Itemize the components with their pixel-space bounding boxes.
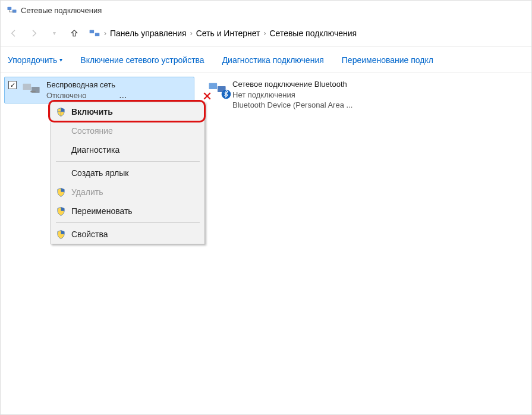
ellipsis: ... [115, 90, 127, 100]
enable-device-button[interactable]: Включение сетевого устройства [80, 55, 204, 65]
shield-icon [56, 107, 66, 117]
shield-icon [56, 229, 66, 240]
separator [56, 161, 200, 162]
diagnose-button[interactable]: Диагностика подключения [222, 55, 324, 65]
separator [56, 222, 200, 223]
adapter-item-bluetooth[interactable]: Сетевое подключение Bluetooth Нет подклю… [202, 77, 392, 113]
control-panel-icon [89, 27, 100, 39]
adapter-item-wireless[interactable]: ✓ Беспроводная сеть Отключено ... [4, 77, 194, 103]
content-area: ✓ Беспроводная сеть Отключено ... [1, 73, 531, 414]
svg-rect-0 [8, 7, 12, 10]
svg-rect-2 [90, 30, 95, 33]
breadcrumb-item[interactable]: Сетевые подключения [269, 29, 357, 38]
menu-enable-label: Включить [71, 107, 113, 117]
svg-point-9 [222, 90, 231, 99]
window-title: Сетевые подключения [21, 6, 102, 15]
menu-delete-label: Удалить [71, 187, 103, 197]
rename-button[interactable]: Переименование подкл [342, 55, 433, 65]
menu-properties[interactable]: Свойства [51, 225, 204, 244]
adapter-status: Отключено [46, 90, 115, 101]
network-connections-icon [7, 5, 17, 15]
adapter-text: Беспроводная сеть Отключено [46, 80, 115, 100]
breadcrumb-item[interactable]: Сеть и Интернет [196, 29, 260, 38]
adapter-status: Нет подключения [232, 90, 352, 100]
menu-delete: Удалить [51, 183, 204, 202]
svg-rect-6 [30, 91, 36, 93]
breadcrumb: › Панель управления › Сеть и Интернет › … [86, 27, 357, 39]
menu-rename[interactable]: Переименовать [51, 202, 204, 221]
titlebar: Сетевые подключения [1, 1, 531, 20]
menu-create-shortcut[interactable]: Создать ярлык [51, 164, 204, 183]
shield-icon [56, 187, 66, 197]
network-adapter-icon [21, 80, 42, 100]
menu-state-label: Состояние [71, 126, 113, 136]
menu-rename-label: Переименовать [71, 206, 133, 216]
adapter-name: Сетевое подключение Bluetooth [232, 79, 352, 90]
svg-rect-1 [12, 10, 17, 12]
menu-state: Состояние [51, 121, 204, 140]
window: Сетевые подключения ▾ › Панель управлени… [0, 0, 532, 415]
command-bar: Упорядочить ▾ Включение сетевого устройс… [1, 47, 531, 73]
svg-rect-3 [95, 33, 100, 36]
up-button[interactable] [66, 25, 83, 42]
checkbox-checked-icon[interactable]: ✓ [8, 81, 17, 89]
network-adapter-icon [207, 79, 228, 99]
chevron-down-icon: ▾ [59, 56, 62, 63]
menu-diagnose-label: Диагностика [71, 145, 119, 155]
bluetooth-icon [221, 89, 231, 102]
adapter-device: Bluetooth Device (Personal Area ... [232, 100, 352, 111]
svg-rect-7 [209, 83, 218, 89]
chevron-icon: › [263, 29, 266, 37]
menu-enable[interactable]: Включить [51, 102, 204, 121]
history-dropdown[interactable]: ▾ [46, 25, 62, 42]
chevron-icon: › [104, 29, 106, 37]
breadcrumb-item[interactable]: Панель управления [110, 29, 187, 38]
back-button[interactable] [5, 25, 22, 42]
svg-rect-4 [23, 84, 32, 90]
shield-icon [56, 206, 66, 216]
forward-button[interactable] [26, 25, 42, 42]
organize-label: Упорядочить [8, 55, 57, 65]
organize-menu[interactable]: Упорядочить ▾ [8, 55, 62, 65]
adapter-name: Беспроводная сеть [46, 80, 115, 90]
navigation-bar: ▾ › Панель управления › Сеть и Интернет … [1, 20, 531, 47]
adapter-text: Сетевое подключение Bluetooth Нет подклю… [232, 79, 352, 111]
menu-diagnose[interactable]: Диагностика [51, 140, 204, 159]
context-menu: Включить Состояние Диагностика Создать я… [51, 102, 205, 244]
menu-create-shortcut-label: Создать ярлык [71, 168, 128, 178]
chevron-icon: › [190, 29, 193, 37]
menu-properties-label: Свойства [71, 229, 108, 239]
